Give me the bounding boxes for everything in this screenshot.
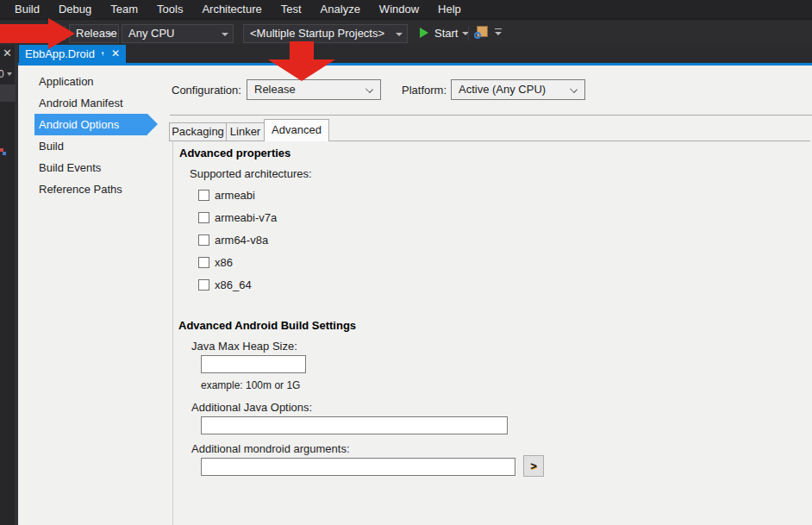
menu-item-tools[interactable]: Tools (147, 0, 192, 19)
tab-linker[interactable]: Linker (226, 122, 265, 141)
document-tab-title: EbbApp.Droid (25, 45, 95, 63)
start-button[interactable]: Start (434, 24, 458, 42)
platform-label: Platform: (402, 84, 447, 97)
nav-item-application[interactable]: Application (34, 71, 147, 92)
magnifier-shape (474, 32, 481, 39)
clipped-dropdown-value: 0 (0, 68, 4, 80)
configuration-dropdown[interactable]: Release (247, 79, 381, 100)
toolbar-overflow-icon[interactable] (494, 28, 503, 37)
menu-item-window[interactable]: Window (370, 0, 428, 19)
nav-item-build-events[interactable]: Build Events (34, 157, 147, 178)
chevron-down-icon (7, 72, 12, 76)
find-in-files-icon[interactable] (474, 26, 489, 40)
platform-dropdown[interactable]: Active (Any CPU) (451, 79, 585, 100)
menu-item-architecture[interactable]: Architecture (192, 0, 271, 19)
clipped-dropdown[interactable]: 0 (0, 68, 12, 80)
pin-icon[interactable] (101, 49, 105, 59)
advanced-tab-panel (172, 141, 810, 525)
configuration-value: Release (254, 83, 296, 96)
startup-project-dropdown[interactable]: <Multiple Startup Projects> (243, 24, 408, 43)
tab-ebbapp-droid[interactable]: EbbApp.Droid ✕ (19, 45, 126, 63)
solution-configuration-dropdown[interactable]: Release (69, 24, 119, 43)
platform-value: Active (Any CPU) (459, 83, 546, 96)
chevron-down-icon (396, 33, 403, 36)
startup-project-value: <Multiple Startup Projects> (250, 27, 384, 40)
nav-item-build[interactable]: Build (34, 135, 147, 157)
left-tool-window-strip: ✕ 0 (0, 45, 18, 525)
play-icon (420, 28, 428, 38)
menu-item-build[interactable]: Build (5, 0, 49, 19)
chevron-down-icon (365, 85, 373, 93)
solution-platform-dropdown[interactable]: Any CPU (122, 24, 234, 43)
project-properties-page: Application Android Manifest Android Opt… (18, 66, 812, 525)
tab-advanced[interactable]: Advanced (264, 119, 329, 141)
toolbar-separator (65, 26, 66, 41)
chevron-down-icon (107, 33, 114, 36)
clipped-panel-button[interactable] (0, 84, 16, 102)
clipped-item-icon (0, 148, 6, 155)
standard-toolbar: Release Any CPU <Multiple Startup Projec… (0, 19, 812, 45)
tab-packaging[interactable]: Packaging (169, 122, 227, 141)
section-divider (170, 115, 812, 116)
nav-item-reference-paths[interactable]: Reference Paths (34, 178, 147, 200)
nav-item-android-options[interactable]: Android Options (34, 114, 147, 135)
configuration-label: Configuration: (172, 84, 241, 97)
close-icon[interactable]: ✕ (3, 47, 12, 59)
menu-item-analyze[interactable]: Analyze (311, 0, 370, 19)
document-tab-strip: EbbApp.Droid ✕ (18, 45, 812, 63)
menu-bar: Build Debug Team Tools Architecture Test… (0, 0, 812, 19)
nav-item-android-manifest[interactable]: Android Manifest (34, 92, 147, 114)
menu-item-help[interactable]: Help (428, 0, 471, 19)
toolbar-separator (468, 26, 469, 41)
close-icon[interactable]: ✕ (111, 45, 120, 63)
menu-item-debug[interactable]: Debug (49, 0, 101, 19)
menu-item-team[interactable]: Team (101, 0, 147, 19)
chevron-down-icon (222, 33, 228, 36)
chevron-down-icon (570, 85, 578, 93)
menu-item-test[interactable]: Test (272, 0, 311, 19)
solution-platform-value: Any CPU (128, 27, 174, 40)
